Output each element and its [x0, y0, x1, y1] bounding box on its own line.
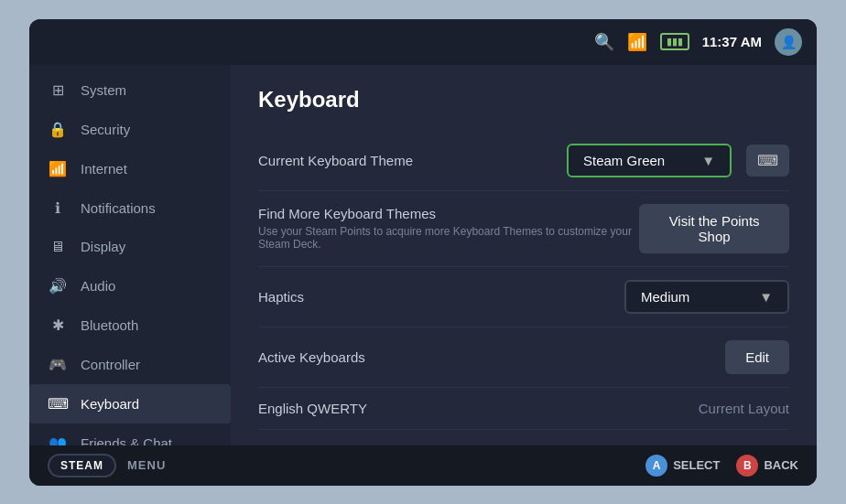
avatar[interactable]: 👤 — [775, 28, 802, 56]
sidebar-item-label: Controller — [81, 357, 140, 372]
sidebar-item-keyboard[interactable]: ⌨ Keyboard — [29, 384, 231, 424]
sidebar-item-label: Notifications — [81, 200, 156, 216]
a-button-icon[interactable]: A — [645, 455, 667, 477]
keyboard-theme-row: Current Keyboard Theme Steam Green ▼ ⌨ — [258, 131, 789, 191]
clock: 11:37 AM — [702, 34, 762, 49]
search-icon[interactable]: 🔍 — [594, 32, 614, 52]
info-icon: ℹ — [48, 199, 68, 217]
theme-controls: Steam Green ▼ ⌨ — [567, 144, 789, 177]
device-frame: 🔍 📶 ▮▮▮ 11:37 AM 👤 ⊞ System 🔒 Security 📶… — [29, 19, 817, 486]
sidebar-item-label: Security — [81, 122, 130, 137]
sidebar-item-notifications[interactable]: ℹ Notifications — [29, 188, 231, 228]
haptics-value: Medium — [641, 289, 689, 305]
haptics-row: Haptics Medium ▼ — [258, 267, 789, 327]
select-label: SELECT — [673, 458, 720, 472]
find-themes-info: Find More Keyboard Themes Use your Steam… — [258, 206, 639, 251]
active-keyboards-row: Active Keyboards Edit — [258, 327, 789, 388]
b-button-icon[interactable]: B — [736, 455, 758, 477]
sidebar-item-label: Display — [81, 239, 125, 254]
page-title: Keyboard — [258, 87, 789, 113]
system-icon: ⊞ — [48, 81, 68, 99]
sidebar-item-label: Keyboard — [81, 396, 139, 412]
trackpad-typing-section: TRACKPAD TYPING — [258, 430, 789, 445]
bluetooth-icon: ✱ — [48, 316, 68, 334]
sidebar-item-friends[interactable]: 👥 Friends & Chat — [29, 424, 231, 445]
layout-row: English QWERTY Current Layout — [258, 388, 789, 430]
battery-icon: ▮▮▮ — [660, 33, 689, 50]
points-description: Use your Steam Points to acquire more Ke… — [258, 225, 639, 251]
main-area: ⊞ System 🔒 Security 📶 Internet ℹ Notific… — [29, 65, 817, 445]
theme-value: Steam Green — [583, 153, 665, 168]
select-action: A SELECT — [645, 455, 720, 477]
back-label: BACK — [764, 458, 798, 472]
sidebar-item-internet[interactable]: 📶 Internet — [29, 149, 231, 188]
lock-icon: 🔒 — [48, 121, 68, 138]
layout-label: English QWERTY — [258, 401, 367, 416]
keyboard-preview-button[interactable]: ⌨ — [746, 145, 789, 177]
bottom-actions: A SELECT B BACK — [645, 455, 798, 477]
wifi-icon: 📶 — [48, 160, 68, 177]
friends-icon: 👥 — [48, 434, 68, 445]
controller-icon: 🎮 — [48, 356, 68, 373]
sidebar-item-label: System — [81, 82, 126, 98]
signal-icon: 📶 — [627, 32, 647, 52]
sidebar-item-label: Internet — [81, 161, 127, 177]
sidebar-item-label: Friends & Chat — [81, 435, 172, 445]
haptics-dropdown[interactable]: Medium ▼ — [624, 280, 789, 314]
sidebar: ⊞ System 🔒 Security 📶 Internet ℹ Notific… — [29, 65, 231, 445]
audio-icon: 🔊 — [48, 277, 68, 295]
keyboard-icon: ⌨ — [48, 395, 68, 413]
display-icon: 🖥 — [48, 239, 68, 255]
steam-button[interactable]: STEAM — [48, 454, 116, 477]
sidebar-item-display[interactable]: 🖥 Display — [29, 228, 231, 266]
status-icons: 🔍 📶 ▮▮▮ 11:37 AM 👤 — [594, 28, 802, 56]
sidebar-item-controller[interactable]: 🎮 Controller — [29, 345, 231, 384]
top-bar: 🔍 📶 ▮▮▮ 11:37 AM 👤 — [29, 19, 817, 65]
sidebar-item-system[interactable]: ⊞ System — [29, 70, 231, 110]
theme-dropdown[interactable]: Steam Green ▼ — [567, 144, 732, 177]
sidebar-item-bluetooth[interactable]: ✱ Bluetooth — [29, 306, 231, 345]
bottom-bar: STEAM MENU A SELECT B BACK — [29, 445, 817, 486]
content-panel: Keyboard Current Keyboard Theme Steam Gr… — [231, 65, 817, 445]
theme-label: Current Keyboard Theme — [258, 153, 413, 168]
chevron-down-icon: ▼ — [759, 289, 773, 305]
menu-label: MENU — [127, 458, 166, 472]
sidebar-item-label: Audio — [81, 278, 115, 294]
haptics-label: Haptics — [258, 289, 304, 305]
sidebar-item-audio[interactable]: 🔊 Audio — [29, 266, 231, 306]
edit-keyboards-button[interactable]: Edit — [725, 340, 789, 374]
find-themes-row: Find More Keyboard Themes Use your Steam… — [258, 191, 789, 267]
points-shop-button[interactable]: Visit the Points Shop — [639, 204, 789, 253]
active-keyboards-label: Active Keyboards — [258, 349, 365, 365]
sidebar-item-security[interactable]: 🔒 Security — [29, 110, 231, 149]
back-action: B BACK — [736, 455, 798, 477]
sidebar-item-label: Bluetooth — [81, 317, 138, 333]
chevron-down-icon: ▼ — [701, 153, 715, 168]
current-layout-badge: Current Layout — [699, 401, 789, 416]
find-themes-label: Find More Keyboard Themes — [258, 206, 639, 221]
